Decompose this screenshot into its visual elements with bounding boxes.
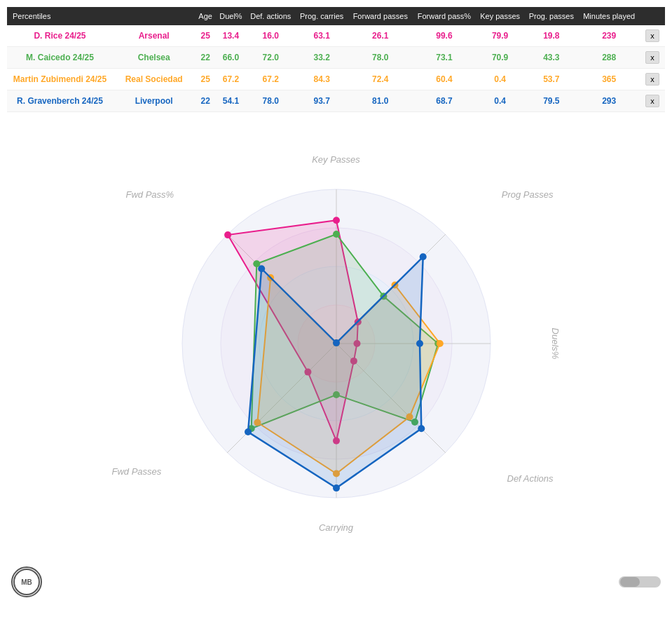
table-row: Martin Zubimendi 24/25Real Sociedad2567.… <box>7 69 665 90</box>
player-name-cell: M. Caicedo 24/25 <box>7 47 113 69</box>
remove-player-button[interactable]: x <box>640 69 665 90</box>
svg-point-18 <box>224 231 231 238</box>
stat-cell: 60.4 <box>413 69 476 90</box>
remove-player-button[interactable]: x <box>640 25 665 47</box>
stat-cell: 365 <box>578 69 640 90</box>
stat-cell: 72.4 <box>348 69 413 90</box>
stat-cell: 73.1 <box>413 47 476 69</box>
stats-table: Percentiles Age Duel% Def. actions Prog.… <box>7 7 665 112</box>
mb-logo: MB <box>11 566 42 597</box>
radar-container: Key Passes Prog Passes Duels% Def Action… <box>98 147 575 540</box>
player-name-cell: R. Gravenberch 24/25 <box>7 90 113 112</box>
svg-point-40 <box>333 484 340 491</box>
stat-cell: 293 <box>578 90 640 112</box>
stat-cell: 93.7 <box>296 90 348 112</box>
table-row: M. Caicedo 24/25Chelsea2266.072.033.278.… <box>7 47 665 69</box>
stat-cell: 70.9 <box>476 47 524 69</box>
stat-cell: 54.1 <box>216 90 246 112</box>
stat-cell: 22 <box>195 90 215 112</box>
team-name-cell: Real Sociedad <box>113 69 195 90</box>
svg-text:MB: MB <box>21 578 32 586</box>
stat-cell: 22 <box>195 47 215 69</box>
scroll-thumb <box>620 577 640 587</box>
stat-cell: 66.0 <box>216 47 246 69</box>
remove-player-button[interactable]: x <box>640 90 665 112</box>
team-name-cell: Liverpool <box>113 90 195 112</box>
col-header-def-actions: Def. actions <box>246 7 296 25</box>
svg-point-12 <box>333 217 340 224</box>
col-header-prog-passes: Prog. passes <box>524 7 578 25</box>
stat-cell: 288 <box>578 47 640 69</box>
remove-btn[interactable]: x <box>645 51 659 64</box>
stat-cell: 25 <box>195 69 215 90</box>
col-header-remove <box>640 7 665 25</box>
stat-cell: 78.0 <box>348 47 413 69</box>
stat-cell: 68.7 <box>413 90 476 112</box>
stat-cell: 25 <box>195 25 215 47</box>
stat-cell: 0.4 <box>476 90 524 112</box>
svg-point-36 <box>333 339 340 346</box>
stat-cell: 78.0 <box>246 90 296 112</box>
radar-label-bottom: Carrying <box>319 522 353 533</box>
col-header-fwd-pass-pct: Forward pass% <box>413 7 476 25</box>
stat-cell: 99.6 <box>413 25 476 47</box>
col-header-fwd-passes: Forward passes <box>348 7 413 25</box>
svg-point-42 <box>258 265 265 272</box>
table-row: R. Gravenberch 24/25Liverpool2254.178.09… <box>7 90 665 112</box>
stats-table-section: Percentiles Age Duel% Def. actions Prog.… <box>0 0 672 126</box>
stat-cell: 84.3 <box>296 69 348 90</box>
stat-cell: 67.2 <box>246 69 296 90</box>
col-header-age: Age <box>195 7 215 25</box>
stat-cell: 16.0 <box>246 25 296 47</box>
radar-chart <box>98 147 575 540</box>
stat-cell: 13.4 <box>216 25 246 47</box>
stat-cell: 19.8 <box>524 25 578 47</box>
player-name-cell: D. Rice 24/25 <box>7 25 113 47</box>
radar-label-right: Duels% <box>550 328 561 360</box>
svg-point-30 <box>436 340 443 347</box>
scroll-bar[interactable] <box>619 576 661 588</box>
svg-point-37 <box>419 254 426 261</box>
radar-section: Key Passes Prog Passes Duels% Def Action… <box>0 126 672 561</box>
col-header-team <box>113 7 195 25</box>
remove-btn[interactable]: x <box>645 73 659 86</box>
svg-point-38 <box>416 340 423 347</box>
team-name-cell: Arsenal <box>113 25 195 47</box>
stat-cell: 53.7 <box>524 69 578 90</box>
col-header-prog-carries: Prog. carries <box>296 7 348 25</box>
remove-btn[interactable]: x <box>645 29 659 42</box>
radar-label-top: Key Passes <box>312 154 360 165</box>
remove-btn[interactable]: x <box>645 95 659 107</box>
stat-cell: 72.0 <box>246 47 296 69</box>
stat-cell: 26.1 <box>348 25 413 47</box>
bottom-bar: MB <box>0 561 672 603</box>
radar-label-left: Fwd Pass% <box>126 189 174 200</box>
team-name-cell: Chelsea <box>113 47 195 69</box>
col-header-percentiles: Percentiles <box>7 7 113 25</box>
radar-label-bottom-right: Def Actions <box>507 473 554 484</box>
stat-cell: 79.9 <box>476 25 524 47</box>
stat-cell: 43.3 <box>524 47 578 69</box>
radar-label-top-right: Prog Passes <box>502 189 554 200</box>
radar-label-bottom-left: Fwd Passes <box>112 466 162 477</box>
remove-player-button[interactable]: x <box>640 47 665 69</box>
col-header-duel: Duel% <box>216 7 246 25</box>
stat-cell: 0.4 <box>476 69 524 90</box>
svg-point-20 <box>333 231 340 238</box>
col-header-key-passes: Key passes <box>476 7 524 25</box>
table-row: D. Rice 24/25Arsenal2513.416.063.126.199… <box>7 25 665 47</box>
stat-cell: 63.1 <box>296 25 348 47</box>
stat-cell: 67.2 <box>216 69 246 90</box>
player-name-cell: Martin Zubimendi 24/25 <box>7 69 113 90</box>
svg-point-41 <box>245 428 252 435</box>
col-header-minutes: Minutes played <box>578 7 640 25</box>
stat-cell: 79.5 <box>524 90 578 112</box>
stat-cell: 239 <box>578 25 640 47</box>
svg-point-39 <box>418 426 425 433</box>
stat-cell: 33.2 <box>296 47 348 69</box>
stat-cell: 81.0 <box>348 90 413 112</box>
